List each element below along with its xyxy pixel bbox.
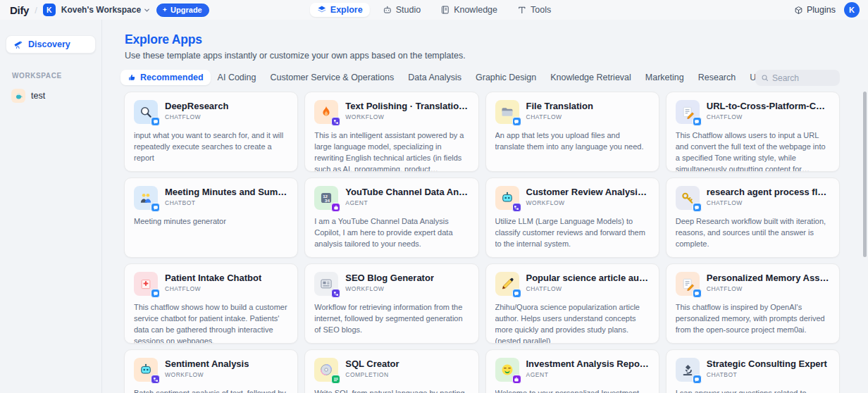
app-description: Write SQL from natural language by pasti… <box>314 388 469 393</box>
sidebar-item-discovery[interactable]: Discovery <box>6 35 96 54</box>
tab-recommended[interactable]: Recommended <box>120 70 211 85</box>
sidebar: Discovery WORKSPACE test <box>0 20 102 393</box>
app-card-titles: Customer Review Analysis Workflow WORKFL… <box>526 186 650 206</box>
app-mode-badge-icon <box>693 203 702 212</box>
app-card[interactable]: File Translation CHATFLOW An app that le… <box>485 92 659 172</box>
nav-item-studio[interactable]: Studio <box>376 3 428 17</box>
app-card[interactable]: Text Polishing · Translation Tool WORKFL… <box>304 92 478 172</box>
app-mode-badge-icon <box>693 375 702 384</box>
app-icon <box>495 186 519 210</box>
sidebar-item-test[interactable]: test <box>0 87 101 105</box>
app-mode-label: WORKFLOW <box>165 371 249 378</box>
app-title: Text Polishing · Translation Tool <box>345 101 469 111</box>
app-card[interactable]: Customer Review Analysis Workflow WORKFL… <box>485 177 659 258</box>
cd-icon <box>319 363 333 377</box>
sidebar-item-label: test <box>31 91 45 101</box>
main-content: Explore Apps Use these template apps ins… <box>102 20 868 393</box>
app-card[interactable]: research agent process flow CHATFLOW Dee… <box>666 177 840 258</box>
app-title: Customer Review Analysis Workflow <box>526 187 650 197</box>
app-title: Personalized Memory Assistant <box>707 273 830 283</box>
app-title: DeepResearch <box>165 101 228 111</box>
workspace-section-label: WORKSPACE <box>12 72 101 80</box>
robot-icon <box>139 363 153 377</box>
app-icon <box>676 272 700 296</box>
app-card[interactable]: Sentiment Analysis WORKFLOW Batch sentim… <box>124 349 298 393</box>
app-mode-label: CHATBOT <box>707 371 827 378</box>
workspace-app-list: test <box>0 87 101 105</box>
app-card-titles: Meeting Minutes and Summary CHATBOT <box>165 186 288 206</box>
app-card[interactable]: Investment Analysis Report Copilot AGENT… <box>485 349 659 393</box>
tab-ai-coding[interactable]: AI Coding <box>211 70 264 85</box>
app-description: An app that lets you upload files and tr… <box>495 130 650 153</box>
dify-logo: Dify <box>10 4 29 16</box>
app-card[interactable]: 1234 YouTube Channel Data Analysis AGENT… <box>304 177 478 258</box>
app-card-titles: Investment Analysis Report Copilot AGENT <box>526 358 650 378</box>
app-title: YouTube Channel Data Analysis <box>345 187 469 197</box>
app-card-head: URL-to-Cross-Platform-Copywriting CHATFL… <box>676 100 830 124</box>
tab-label: Marketing <box>645 73 684 82</box>
app-icon <box>314 358 338 382</box>
app-mode-label: CHATFLOW <box>707 199 830 206</box>
app-card-grid: DeepResearch CHATFLOW input what you wan… <box>124 92 840 393</box>
app-card[interactable]: Patient Intake Chatbot CHATFLOW This cha… <box>124 263 298 344</box>
chevron-down-icon <box>143 6 151 14</box>
plugins-label: Plugins <box>807 5 836 15</box>
upgrade-button[interactable]: Upgrade <box>156 4 209 17</box>
writing-hand-icon <box>500 277 514 291</box>
vertical-scrollbar[interactable] <box>863 92 867 257</box>
app-card[interactable]: Meeting Minutes and Summary CHATBOT Meet… <box>124 177 298 258</box>
tab-graphic-design[interactable]: Graphic Design <box>469 70 543 85</box>
workspace-switcher[interactable]: Koveh's Workspace <box>61 5 151 15</box>
tab-label: AI Coding <box>218 73 256 82</box>
app-mode-badge-icon <box>693 117 702 126</box>
app-card[interactable]: Strategic Consulting Expert CHATBOT I ca… <box>666 349 840 393</box>
app-description: This chatflow is inspired by OpenAI's pe… <box>676 302 830 336</box>
app-card[interactable]: Personalized Memory Assistant CHATFLOW T… <box>666 263 840 344</box>
tab-knowledge-retrieval[interactable]: Knowledge Retrieval <box>543 70 638 85</box>
search-icon <box>761 74 769 82</box>
search-input[interactable] <box>772 73 832 83</box>
nav-item-knowledge[interactable]: Knowledge <box>433 3 504 17</box>
teapot-icon <box>11 89 25 103</box>
sparkle-icon <box>161 6 168 13</box>
app-description: Welcome to your personalized Investment … <box>495 388 650 393</box>
nav-item-explore[interactable]: Explore <box>310 3 370 17</box>
search-box[interactable] <box>755 70 840 86</box>
app-card-titles: YouTube Channel Data Analysis AGENT <box>345 186 469 206</box>
app-card[interactable]: DeepResearch CHATFLOW input what you wan… <box>124 92 298 172</box>
app-description: This Chatflow allows users to input a UR… <box>676 130 830 172</box>
app-card-head: Popular science article author (nested p… <box>495 272 650 296</box>
header-divider: / <box>35 5 37 15</box>
app-title: SEO Blog Generator <box>345 273 434 283</box>
app-header: Dify / K Koveh's Workspace Upgrade Explo… <box>0 0 868 20</box>
tab-marketing[interactable]: Marketing <box>638 70 691 85</box>
app-title: Patient Intake Chatbot <box>165 273 261 283</box>
app-description: Utilize LLM (Large Language Models) to c… <box>495 216 650 250</box>
tab-label: Knowledge Retrieval <box>550 73 631 82</box>
app-card[interactable]: Popular science article author (nested p… <box>485 263 659 344</box>
nav-item-tools[interactable]: Tools <box>510 3 558 17</box>
app-icon <box>314 100 338 124</box>
tab-data-analysis[interactable]: Data Analysis <box>401 70 469 85</box>
app-card-head: Meeting Minutes and Summary CHATBOT <box>134 186 288 210</box>
magnifier-icon <box>139 105 153 119</box>
app-title: SQL Creator <box>345 358 399 369</box>
app-card-head: Sentiment Analysis WORKFLOW <box>134 358 288 382</box>
app-icon <box>495 100 519 124</box>
tab-customer-service-operations[interactable]: Customer Service & Operations <box>264 70 402 85</box>
numbers-icon: 1234 <box>319 191 333 205</box>
app-mode-label: CHATFLOW <box>165 285 261 292</box>
app-title: research agent process flow <box>707 187 830 197</box>
category-tabs: RecommendedAI CodingCustomer Service & O… <box>120 70 786 85</box>
app-card[interactable]: URL-to-Cross-Platform-Copywriting CHATFL… <box>666 92 840 172</box>
plugins-button[interactable]: Plugins <box>794 5 836 15</box>
app-card[interactable]: SQL Creator COMPLETION Write SQL from na… <box>304 349 478 393</box>
app-icon <box>676 358 700 382</box>
app-card-titles: File Translation CHATFLOW <box>526 100 593 120</box>
user-avatar[interactable]: K <box>844 2 860 18</box>
tab-research[interactable]: Research <box>691 70 743 85</box>
app-card[interactable]: SEO Blog Generator WORKFLOW Workflow for… <box>304 263 478 344</box>
tab-label: Recommended <box>140 73 204 82</box>
header-nav: ExploreStudioKnowledgeTools <box>310 0 558 20</box>
app-mode-label: COMPLETION <box>345 371 399 378</box>
